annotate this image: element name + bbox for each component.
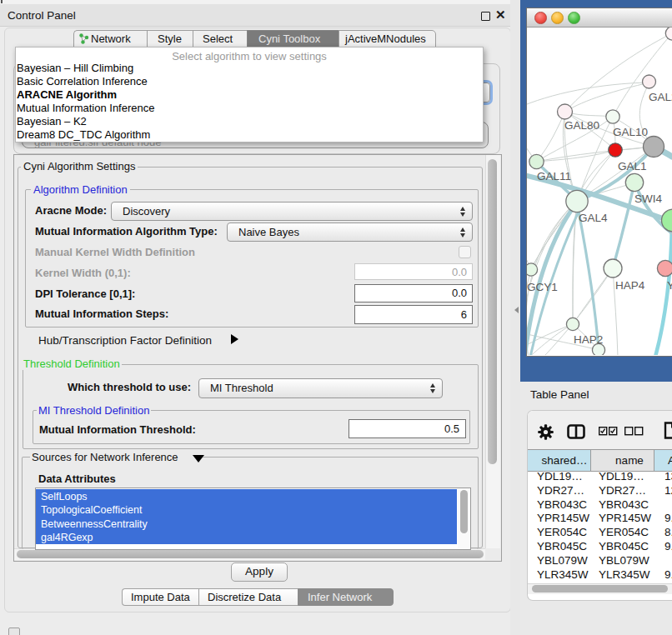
svg-text:Y: Y	[667, 279, 672, 292]
svg-text:GAL10: GAL10	[613, 126, 648, 138]
svg-text:GAL2: GAL2	[649, 91, 672, 103]
svg-text:HAP4: HAP4	[615, 279, 645, 292]
svg-text:GAL80: GAL80	[564, 119, 599, 132]
svg-text:GAL4: GAL4	[579, 212, 608, 224]
svg-text:HAP2: HAP2	[574, 333, 603, 346]
svg-text:GAL1: GAL1	[618, 160, 647, 172]
svg-text:SWI4: SWI4	[634, 192, 662, 205]
svg-text:GCY1: GCY1	[527, 281, 558, 293]
svg-text:GAL11: GAL11	[537, 170, 571, 182]
